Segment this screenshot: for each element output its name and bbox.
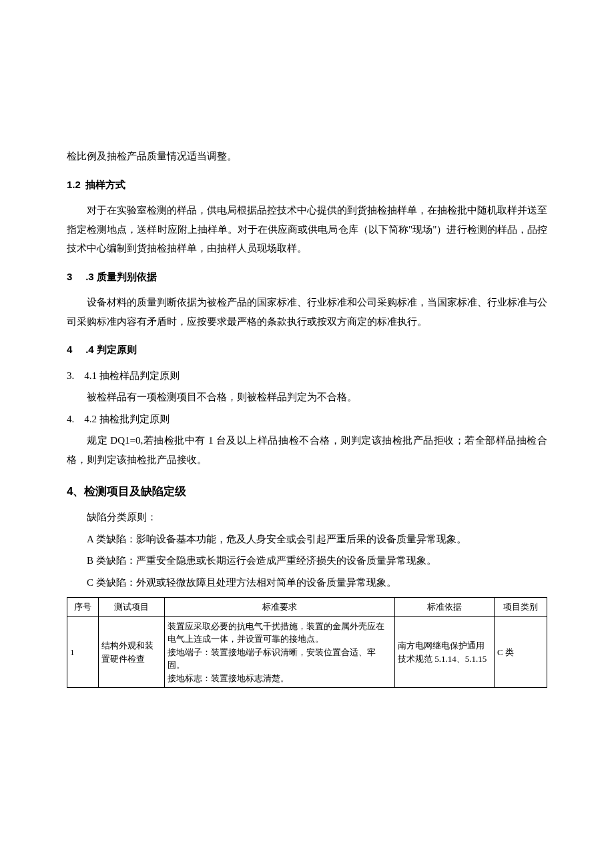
th-seq: 序号 (67, 598, 99, 617)
paragraph-3-3: 设备材料的质量判断依据为被检产品的国家标准、行业标准和公司采购标准，当国家标准、… (67, 293, 547, 331)
heading-3-3: 3 .3 质量判别依据 (67, 268, 547, 287)
heading-number: 3 (67, 268, 83, 287)
table-header-row: 序号 测试项目 标准要求 标准依据 项目类别 (67, 598, 547, 617)
th-basis: 标准依据 (395, 598, 495, 617)
heading-number: 1.2 (67, 175, 83, 195)
th-req: 标准要求 (165, 598, 395, 617)
table-row: 1 结构外观和装置硬件检查 装置应采取必要的抗电气干扰措施，装置的金属外壳应在电… (67, 616, 547, 688)
defect-table: 序号 测试项目 标准要求 标准依据 项目类别 1 结构外观和装置硬件检查 装置应… (67, 597, 547, 688)
heading-1-2: 1.2 抽样方式 (67, 175, 547, 195)
paragraph-defect-b: B 类缺陷：严重安全隐患或长期运行会造成严重经济损失的设备质量异常现象。 (67, 551, 547, 570)
th-item: 测试项目 (99, 598, 165, 617)
td-cat: C 类 (495, 616, 547, 688)
heading-text: .4 判定原则 (85, 344, 137, 355)
heading-number: 4 (67, 340, 83, 360)
heading-4-big: 4、检测项目及缺陷定级 (67, 481, 547, 502)
td-seq: 1 (67, 616, 99, 688)
subheading-4-4-2: 4. 4.2 抽检批判定原则 (67, 410, 547, 429)
paragraph-intro: 检比例及抽检产品质量情况适当调整。 (67, 147, 547, 166)
document-page: 检比例及抽检产品质量情况适当调整。 1.2 抽样方式 对于在实验室检测的样品，供… (0, 0, 614, 755)
subheading-3-4-1: 3. 4.1 抽检样品判定原则 (67, 366, 547, 386)
paragraph-defect-a: A 类缺陷：影响设备基本功能，危及人身安全或会引起严重后果的设备质量异常现象。 (67, 530, 547, 549)
td-basis: 南方电网继电保护通用技术规范 5.1.14、5.1.15 (395, 616, 495, 688)
heading-4-4: 4 .4 判定原则 (67, 340, 547, 360)
paragraph-1-2: 对于在实验室检测的样品，供电局根据品控技术中心提供的到货抽检抽样单，在抽检批中随… (67, 201, 547, 258)
paragraph-4-4-2: 规定 DQ1=0,若抽检批中有 1 台及以上样品抽检不合格，则判定该抽检批产品拒… (67, 431, 547, 469)
heading-text: .3 质量判别依据 (85, 271, 157, 282)
paragraph-3-4-1: 被检样品有一项检测项目不合格，则被检样品判定为不合格。 (67, 388, 547, 407)
heading-text: 抽样方式 (85, 179, 125, 190)
paragraph-defect-intro: 缺陷分类原则： (67, 508, 547, 527)
paragraph-defect-c: C 类缺陷：外观或轻微故障且处理方法相对简单的设备质量异常现象。 (67, 573, 547, 592)
th-cat: 项目类别 (495, 598, 547, 617)
td-item: 结构外观和装置硬件检查 (99, 616, 165, 688)
td-req: 装置应采取必要的抗电气干扰措施，装置的金属外壳应在电气上连成一体，并设置可靠的接… (165, 616, 395, 688)
